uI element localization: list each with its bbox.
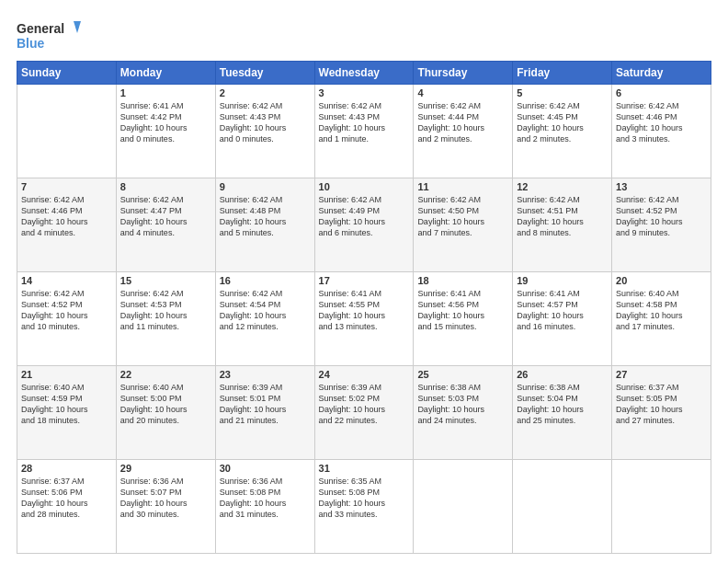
calendar-cell: 22Sunrise: 6:40 AMSunset: 5:00 PMDayligh… bbox=[116, 366, 215, 460]
cell-content: Sunrise: 6:41 AMSunset: 4:57 PMDaylight:… bbox=[517, 288, 608, 333]
cell-content: Sunrise: 6:42 AMSunset: 4:51 PMDaylight:… bbox=[517, 194, 608, 239]
header-day: Monday bbox=[116, 62, 215, 85]
cell-content: Sunrise: 6:35 AMSunset: 5:08 PMDaylight:… bbox=[319, 476, 410, 521]
calendar-cell: 19Sunrise: 6:41 AMSunset: 4:57 PMDayligh… bbox=[513, 272, 612, 366]
calendar-cell: 30Sunrise: 6:36 AMSunset: 5:08 PMDayligh… bbox=[215, 460, 314, 554]
header-day: Tuesday bbox=[215, 62, 314, 85]
cell-content: Sunrise: 6:39 AMSunset: 5:02 PMDaylight:… bbox=[319, 382, 410, 427]
cell-content: Sunrise: 6:42 AMSunset: 4:47 PMDaylight:… bbox=[120, 194, 211, 239]
cell-content: Sunrise: 6:42 AMSunset: 4:45 PMDaylight:… bbox=[517, 100, 608, 145]
day-number: 30 bbox=[220, 463, 311, 474]
cell-content: Sunrise: 6:42 AMSunset: 4:43 PMDaylight:… bbox=[319, 100, 410, 145]
day-number: 9 bbox=[220, 181, 311, 192]
cell-content: Sunrise: 6:42 AMSunset: 4:52 PMDaylight:… bbox=[21, 288, 112, 333]
day-number: 7 bbox=[21, 181, 112, 192]
day-number: 14 bbox=[21, 275, 112, 286]
svg-text:General: General bbox=[17, 21, 64, 36]
cell-content: Sunrise: 6:42 AMSunset: 4:44 PMDaylight:… bbox=[417, 100, 508, 145]
cell-content: Sunrise: 6:42 AMSunset: 4:48 PMDaylight:… bbox=[220, 194, 311, 239]
cell-content: Sunrise: 6:42 AMSunset: 4:54 PMDaylight:… bbox=[220, 288, 311, 333]
day-number: 5 bbox=[517, 87, 608, 98]
cell-content: Sunrise: 6:36 AMSunset: 5:08 PMDaylight:… bbox=[220, 476, 311, 521]
calendar-cell: 27Sunrise: 6:37 AMSunset: 5:05 PMDayligh… bbox=[612, 366, 711, 460]
header-day: Thursday bbox=[414, 62, 513, 85]
calendar-cell: 11Sunrise: 6:42 AMSunset: 4:50 PMDayligh… bbox=[414, 178, 513, 272]
day-number: 8 bbox=[120, 181, 211, 192]
calendar-cell: 20Sunrise: 6:40 AMSunset: 4:58 PMDayligh… bbox=[612, 272, 711, 366]
day-number: 29 bbox=[120, 463, 211, 474]
header-day: Friday bbox=[513, 62, 612, 85]
day-number: 28 bbox=[21, 463, 112, 474]
day-number: 20 bbox=[616, 275, 707, 286]
day-number: 21 bbox=[21, 369, 112, 380]
calendar-cell: 26Sunrise: 6:38 AMSunset: 5:04 PMDayligh… bbox=[513, 366, 612, 460]
day-number: 22 bbox=[120, 369, 211, 380]
day-number: 2 bbox=[220, 87, 311, 98]
cell-content: Sunrise: 6:36 AMSunset: 5:07 PMDaylight:… bbox=[120, 476, 211, 521]
calendar-cell: 15Sunrise: 6:42 AMSunset: 4:53 PMDayligh… bbox=[116, 272, 215, 366]
calendar-cell bbox=[612, 460, 711, 554]
day-number: 26 bbox=[517, 369, 608, 380]
calendar-body: 1Sunrise: 6:41 AMSunset: 4:42 PMDaylight… bbox=[17, 85, 711, 554]
day-number: 10 bbox=[319, 181, 410, 192]
cell-content: Sunrise: 6:42 AMSunset: 4:46 PMDaylight:… bbox=[616, 100, 707, 145]
cell-content: Sunrise: 6:41 AMSunset: 4:42 PMDaylight:… bbox=[120, 100, 211, 145]
day-number: 15 bbox=[120, 275, 211, 286]
logo-svg: General Blue bbox=[17, 17, 81, 53]
calendar-cell: 10Sunrise: 6:42 AMSunset: 4:49 PMDayligh… bbox=[314, 178, 414, 272]
day-number: 18 bbox=[417, 275, 508, 286]
day-number: 24 bbox=[319, 369, 410, 380]
header-day: Saturday bbox=[612, 62, 711, 85]
day-number: 3 bbox=[319, 87, 410, 98]
calendar-cell: 24Sunrise: 6:39 AMSunset: 5:02 PMDayligh… bbox=[314, 366, 414, 460]
day-number: 4 bbox=[417, 87, 508, 98]
day-number: 25 bbox=[417, 369, 508, 380]
calendar-cell bbox=[513, 460, 612, 554]
header-day: Wednesday bbox=[314, 62, 414, 85]
day-number: 1 bbox=[120, 87, 211, 98]
calendar-cell: 29Sunrise: 6:36 AMSunset: 5:07 PMDayligh… bbox=[116, 460, 215, 554]
calendar-cell: 4Sunrise: 6:42 AMSunset: 4:44 PMDaylight… bbox=[414, 85, 513, 178]
cell-content: Sunrise: 6:42 AMSunset: 4:50 PMDaylight:… bbox=[417, 194, 508, 239]
day-number: 6 bbox=[616, 87, 707, 98]
calendar-cell: 13Sunrise: 6:42 AMSunset: 4:52 PMDayligh… bbox=[612, 178, 711, 272]
cell-content: Sunrise: 6:40 AMSunset: 4:59 PMDaylight:… bbox=[21, 382, 112, 427]
calendar-cell: 9Sunrise: 6:42 AMSunset: 4:48 PMDaylight… bbox=[215, 178, 314, 272]
calendar-cell: 25Sunrise: 6:38 AMSunset: 5:03 PMDayligh… bbox=[414, 366, 513, 460]
cell-content: Sunrise: 6:40 AMSunset: 4:58 PMDaylight:… bbox=[616, 288, 707, 333]
calendar-cell: 14Sunrise: 6:42 AMSunset: 4:52 PMDayligh… bbox=[17, 272, 117, 366]
day-number: 13 bbox=[616, 181, 707, 192]
calendar-cell: 28Sunrise: 6:37 AMSunset: 5:06 PMDayligh… bbox=[17, 460, 117, 554]
calendar-cell: 3Sunrise: 6:42 AMSunset: 4:43 PMDaylight… bbox=[314, 85, 414, 178]
calendar-cell bbox=[414, 460, 513, 554]
calendar-cell: 23Sunrise: 6:39 AMSunset: 5:01 PMDayligh… bbox=[215, 366, 314, 460]
calendar-cell: 7Sunrise: 6:42 AMSunset: 4:46 PMDaylight… bbox=[17, 178, 117, 272]
calendar-week-row: 14Sunrise: 6:42 AMSunset: 4:52 PMDayligh… bbox=[17, 272, 711, 366]
calendar-cell: 8Sunrise: 6:42 AMSunset: 4:47 PMDaylight… bbox=[116, 178, 215, 272]
cell-content: Sunrise: 6:39 AMSunset: 5:01 PMDaylight:… bbox=[220, 382, 311, 427]
logo: General Blue bbox=[17, 17, 81, 53]
cell-content: Sunrise: 6:38 AMSunset: 5:03 PMDaylight:… bbox=[417, 382, 508, 427]
header-day: Sunday bbox=[17, 62, 117, 85]
cell-content: Sunrise: 6:41 AMSunset: 4:55 PMDaylight:… bbox=[319, 288, 410, 333]
svg-marker-2 bbox=[74, 21, 81, 33]
cell-content: Sunrise: 6:42 AMSunset: 4:52 PMDaylight:… bbox=[616, 194, 707, 239]
calendar-table: SundayMondayTuesdayWednesdayThursdayFrid… bbox=[17, 61, 711, 554]
calendar-week-row: 1Sunrise: 6:41 AMSunset: 4:42 PMDaylight… bbox=[17, 85, 711, 178]
cell-content: Sunrise: 6:37 AMSunset: 5:06 PMDaylight:… bbox=[21, 476, 112, 521]
calendar-cell: 1Sunrise: 6:41 AMSunset: 4:42 PMDaylight… bbox=[116, 85, 215, 178]
calendar-week-row: 28Sunrise: 6:37 AMSunset: 5:06 PMDayligh… bbox=[17, 460, 711, 554]
day-number: 12 bbox=[517, 181, 608, 192]
cell-content: Sunrise: 6:40 AMSunset: 5:00 PMDaylight:… bbox=[120, 382, 211, 427]
header-row: SundayMondayTuesdayWednesdayThursdayFrid… bbox=[17, 62, 711, 85]
calendar-cell: 2Sunrise: 6:42 AMSunset: 4:43 PMDaylight… bbox=[215, 85, 314, 178]
day-number: 16 bbox=[220, 275, 311, 286]
calendar-cell: 31Sunrise: 6:35 AMSunset: 5:08 PMDayligh… bbox=[314, 460, 414, 554]
calendar-header: SundayMondayTuesdayWednesdayThursdayFrid… bbox=[17, 62, 711, 85]
cell-content: Sunrise: 6:42 AMSunset: 4:46 PMDaylight:… bbox=[21, 194, 112, 239]
calendar-week-row: 7Sunrise: 6:42 AMSunset: 4:46 PMDaylight… bbox=[17, 178, 711, 272]
cell-content: Sunrise: 6:37 AMSunset: 5:05 PMDaylight:… bbox=[616, 382, 707, 427]
cell-content: Sunrise: 6:42 AMSunset: 4:43 PMDaylight:… bbox=[220, 100, 311, 145]
day-number: 23 bbox=[220, 369, 311, 380]
cell-content: Sunrise: 6:42 AMSunset: 4:53 PMDaylight:… bbox=[120, 288, 211, 333]
